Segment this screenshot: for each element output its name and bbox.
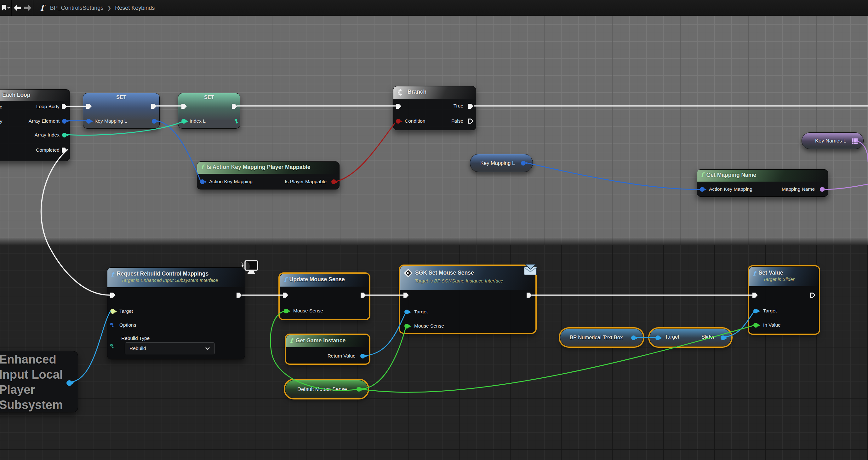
function-icon: f	[753, 269, 756, 277]
exec-out-pin-false[interactable]	[468, 119, 473, 123]
function-icon: f	[111, 270, 114, 278]
node-title: Get Game Instance	[296, 337, 346, 344]
bookmark-icon[interactable]	[0, 4, 11, 12]
breadcrumb-current[interactable]: Reset Keybinds	[115, 5, 155, 11]
node-update-mouse-sense[interactable]: f Update Mouse Sense Mouse Sense	[280, 274, 369, 319]
node-branch[interactable]: Branch True Condition False	[393, 86, 476, 130]
function-icon: f	[284, 276, 287, 283]
node-is-action-key-mapping-player-mappable[interactable]: f Is Action Key Mapping Player Mappable …	[197, 162, 340, 190]
data-in-pin-mouse-sense[interactable]	[284, 309, 288, 313]
exec-out-pin[interactable]	[810, 293, 815, 298]
node-set-index-l[interactable]: SET Index L	[178, 93, 240, 128]
pin-label-completed: Completed	[36, 147, 60, 153]
variable-label: Default Mouse Sense	[297, 386, 347, 392]
back-button[interactable]	[12, 4, 22, 11]
data-out-pin-array-index[interactable]	[62, 133, 67, 138]
exec-out-pin-completed[interactable]	[62, 148, 67, 152]
node-sgk-set-mouse-sense[interactable]: SGK Set Mouse Sense Target is BP SGKGame…	[400, 266, 535, 333]
exec-in-pin[interactable]	[283, 293, 288, 298]
variable-label: Key Mapping L	[480, 160, 515, 166]
node-header: f Update Mouse Sense	[280, 274, 369, 287]
forward-button[interactable]	[22, 4, 33, 11]
exec-out-pin[interactable]	[237, 293, 242, 298]
variable-label: Key Names L	[815, 138, 846, 144]
exec-out-pin[interactable]	[527, 293, 532, 298]
pin-label-action-key-mapping: Action Key Mapping	[709, 186, 752, 192]
exec-out-pin[interactable]	[151, 104, 157, 109]
data-out-pin-subsystem[interactable]	[66, 380, 72, 386]
data-in-pin-target[interactable]	[655, 336, 660, 340]
data-out-pin-mapping-name[interactable]	[820, 187, 825, 192]
pin-row-array-element: Array Element	[29, 118, 60, 124]
blueprint-graph-canvas[interactable]	[0, 16, 868, 460]
data-out-pin-default-mouse-sense[interactable]	[356, 387, 361, 392]
data-in-pin-options[interactable]	[110, 323, 113, 325]
data-in-pin-in-value[interactable]	[753, 323, 758, 327]
data-out-pin-index-l[interactable]	[235, 119, 237, 121]
node-request-rebuild-control-mappings[interactable]: f Request Rebuild Control Mappings Targe…	[107, 267, 245, 360]
node-get-mapping-name[interactable]: f Get Mapping Name Action Key Mapping Ma…	[697, 169, 828, 197]
pin-label-options: Options	[119, 322, 136, 328]
data-out-pin-key-mapping-l[interactable]	[152, 119, 157, 123]
data-out-pin-key-mapping-l[interactable]	[521, 161, 526, 166]
node-set-value[interactable]: f Set Value Target is Slider Target In V…	[749, 266, 819, 334]
branch-icon	[397, 89, 405, 96]
array-out-pin-key-names-l[interactable]	[852, 138, 858, 144]
node-get-game-instance[interactable]: f Get Game Instance Return Value	[286, 335, 369, 364]
node-title: SGK Set Mouse Sense	[415, 269, 474, 276]
node-title: Branch	[407, 89, 427, 95]
node-enhanced-input-local-player-subsystem[interactable]: Enhanced Input Local Player Subsystem	[0, 351, 78, 412]
data-out-pin-slider[interactable]	[721, 336, 725, 340]
node-get-key-names-l[interactable]: Key Names L	[802, 133, 864, 149]
data-in-pin-target[interactable]	[110, 309, 115, 314]
node-for-each-loop[interactable]: Each Loop c ay Loop Body Array Element A…	[0, 89, 70, 161]
data-in-pin-key-mapping-l[interactable]	[86, 119, 91, 123]
data-in-pin-action-key-mapping[interactable]	[700, 187, 705, 192]
pin-label-array-element: Array Element	[29, 118, 60, 124]
data-out-pin-array-element[interactable]	[62, 119, 67, 123]
exec-out-pin[interactable]	[232, 104, 237, 109]
exec-in-pin[interactable]	[396, 104, 401, 109]
pin-label-false: False	[451, 118, 463, 124]
node-title-line: Player	[0, 382, 63, 397]
pin-label-action-key-mapping: Action Key Mapping	[209, 179, 253, 184]
node-set-key-mapping-l[interactable]: SET Key Mapping L	[83, 93, 160, 128]
node-title: Update Mouse Sense	[289, 276, 345, 283]
breadcrumb-parent[interactable]: BP_ControlsSettings	[50, 5, 104, 11]
node-title-line: Enhanced	[0, 352, 63, 367]
data-in-pin-action-key-mapping[interactable]	[200, 179, 205, 184]
node-title-line: Subsystem	[0, 397, 63, 412]
exec-in-pin[interactable]	[752, 293, 758, 298]
data-out-pin-return-value[interactable]	[360, 354, 365, 358]
client-monitor-icon	[239, 260, 259, 275]
exec-in-pin[interactable]	[110, 293, 116, 298]
exec-in-pin[interactable]	[181, 104, 187, 109]
variable-label: BP Numerical Text Box	[570, 335, 623, 341]
node-get-bp-numerical-text-box[interactable]: BP Numerical Text Box	[560, 328, 643, 346]
function-graph-icon: f	[40, 3, 44, 12]
exec-out-pin-loop-body[interactable]	[62, 104, 67, 109]
data-out-pin-is-player-mappable[interactable]	[331, 179, 336, 184]
exec-out-pin[interactable]	[361, 293, 366, 298]
node-get-key-mapping-l[interactable]: Key Mapping L	[470, 154, 533, 172]
node-subtitle: Target is BP SGKGame Instance Interface	[415, 278, 503, 283]
data-in-pin-rebuild-type[interactable]	[110, 344, 113, 346]
exec-out-pin-true[interactable]	[468, 104, 473, 109]
data-in-pin-target[interactable]	[753, 309, 758, 313]
exec-in-pin[interactable]	[403, 293, 409, 298]
bookmark-icon-glyph	[1, 4, 10, 12]
node-get-default-mouse-sense[interactable]: Default Mouse Sense	[285, 380, 368, 398]
data-in-pin-target[interactable]	[404, 310, 409, 314]
pin-label-key-mapping-l: Key Mapping L	[94, 118, 127, 124]
node-title: Get Mapping Name	[707, 172, 756, 178]
node-title: Each Loop	[2, 92, 30, 98]
exec-in-pin[interactable]	[86, 104, 92, 109]
node-get-slider[interactable]: Target Slider	[649, 328, 731, 346]
data-in-pin-index-l[interactable]	[181, 119, 186, 123]
data-in-pin-condition[interactable]	[396, 119, 401, 123]
pin-row-array-index: Array Index	[35, 132, 60, 138]
data-in-pin-mouse-sense[interactable]	[404, 324, 409, 328]
blueprint-toolbar: f BP_ControlsSettings ❯ Reset Keybinds	[0, 0, 868, 16]
data-out-pin-bp-numerical-text-box[interactable]	[631, 336, 636, 340]
rebuild-type-dropdown[interactable]: Rebuild	[125, 342, 215, 354]
